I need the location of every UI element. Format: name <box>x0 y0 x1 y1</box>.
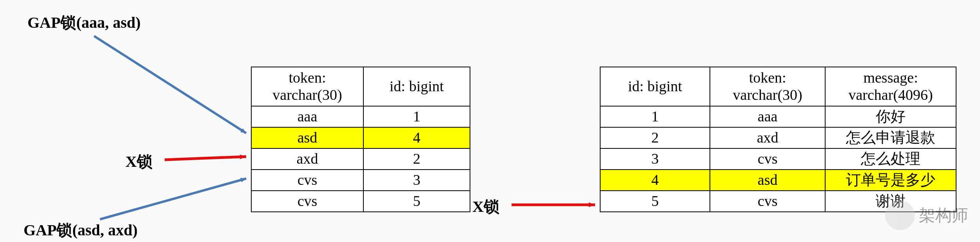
arrows-overlay <box>0 0 980 242</box>
gap-arrow-top <box>94 36 246 133</box>
xlock-arrow-left <box>165 157 246 160</box>
gap-arrow-bottom <box>100 179 246 219</box>
